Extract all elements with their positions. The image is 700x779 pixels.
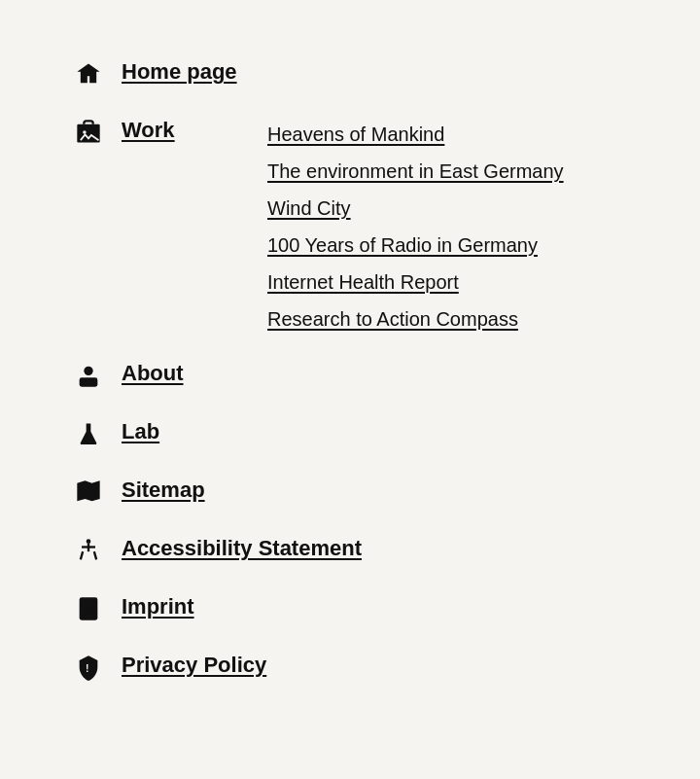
- nav-item-imprint: Imprint: [73, 593, 700, 624]
- navigation: Home page Work Heavens of Mankind The en…: [0, 58, 700, 683]
- submenu-item-2[interactable]: Wind City: [267, 195, 564, 222]
- work-link[interactable]: Work: [122, 117, 175, 145]
- accessibility-link[interactable]: Accessibility Statement: [122, 535, 362, 563]
- nav-item-accessibility: Accessibility Statement: [73, 535, 700, 566]
- submenu-item-5[interactable]: Research to Action Compass: [267, 305, 564, 333]
- svg-point-7: [87, 539, 91, 544]
- submenu-item-1[interactable]: The environment in East Germany: [267, 158, 564, 185]
- nav-item-lab: Lab: [73, 418, 700, 449]
- nav-item-privacy: ! Privacy Policy: [73, 652, 700, 683]
- work-submenu: Heavens of Mankind The environment in Ea…: [267, 117, 564, 333]
- home-link[interactable]: Home page: [122, 58, 237, 87]
- privacy-link[interactable]: Privacy Policy: [122, 652, 266, 680]
- svg-point-1: [83, 130, 87, 134]
- imprint-icon: [73, 593, 104, 624]
- privacy-icon: !: [73, 652, 104, 683]
- about-icon: [73, 360, 104, 391]
- sitemap-icon: [73, 477, 104, 508]
- nav-item-home: Home page: [73, 58, 700, 89]
- work-icon: [73, 117, 104, 148]
- imprint-link[interactable]: Imprint: [122, 593, 194, 621]
- submenu-item-4[interactable]: Internet Health Report: [267, 268, 564, 296]
- submenu-item-3[interactable]: 100 Years of Radio in Germany: [267, 231, 564, 259]
- svg-point-2: [84, 367, 92, 375]
- work-left: Work: [73, 117, 267, 148]
- svg-text:!: !: [86, 662, 89, 674]
- nav-item-about: About: [73, 360, 700, 391]
- sitemap-link[interactable]: Sitemap: [122, 477, 205, 505]
- accessibility-icon: [73, 535, 104, 566]
- home-icon: [73, 58, 104, 89]
- lab-link[interactable]: Lab: [122, 418, 159, 446]
- lab-icon: [73, 418, 104, 449]
- nav-item-work: Work Heavens of Mankind The environment …: [73, 117, 700, 333]
- submenu-item-0[interactable]: Heavens of Mankind: [267, 121, 564, 148]
- about-link[interactable]: About: [122, 360, 184, 388]
- nav-item-sitemap: Sitemap: [73, 477, 700, 508]
- svg-rect-3: [80, 377, 98, 386]
- svg-point-11: [86, 603, 92, 610]
